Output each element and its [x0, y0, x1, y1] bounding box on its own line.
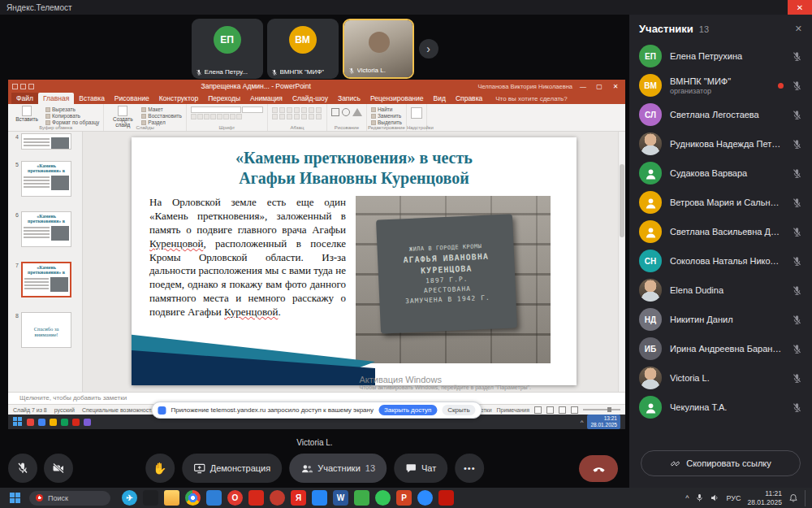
view-reading-button[interactable] — [559, 406, 566, 414]
presenter-start-button[interactable] — [13, 417, 23, 427]
ribbon-tab[interactable]: Главная — [38, 93, 74, 104]
tray-volume-icon[interactable] — [710, 493, 719, 502]
participant-row[interactable]: Elena Dudina — [629, 276, 812, 305]
ribbon-tab[interactable]: Рецензирование — [365, 93, 429, 104]
taskbar-app-telegram[interactable]: ✈ — [122, 490, 137, 506]
ribbon-tab[interactable]: Файл — [11, 93, 38, 104]
taskbar-app-powerpoint[interactable]: P — [396, 490, 412, 506]
taskbar-app-green-app[interactable] — [354, 490, 369, 506]
stop-sharing-button[interactable]: Закрыть доступ — [378, 405, 437, 415]
close-panel-button[interactable]: ✕ — [795, 24, 802, 34]
font-style-button[interactable] — [197, 114, 203, 119]
paragraph-button[interactable] — [287, 114, 292, 119]
ribbon-command[interactable]: Вырезать — [45, 106, 99, 112]
ribbon-tab[interactable]: Вид — [429, 93, 451, 104]
paragraph-button[interactable] — [316, 114, 322, 119]
participant-row[interactable]: Ветрова Мария и Сальнико... — [629, 188, 812, 217]
ppt-maximize-button[interactable]: ▢ — [594, 83, 605, 90]
chat-button[interactable]: Чат — [394, 454, 447, 483]
presenter-app-icon[interactable] — [61, 419, 68, 426]
paragraph-button[interactable] — [272, 107, 278, 113]
participant-row[interactable]: НДНикитин Данил — [629, 305, 812, 334]
participant-row[interactable]: Чекулина Т.А. — [629, 393, 812, 422]
start-button[interactable] — [10, 493, 21, 504]
participant-row[interactable]: Судакова Варвара — [629, 158, 812, 188]
tell-me-search[interactable]: Что вы хотите сделать? — [495, 95, 567, 104]
quick-access-toolbar[interactable] — [12, 84, 34, 89]
taskbar-app-opera[interactable]: O — [227, 490, 243, 506]
leave-call-button[interactable] — [579, 455, 618, 482]
undo-icon[interactable] — [20, 84, 26, 89]
camera-button[interactable] — [44, 454, 73, 483]
font-size-combo[interactable] — [242, 106, 263, 113]
font-style-button[interactable] — [223, 114, 229, 119]
video-tile[interactable]: Victoria L. — [343, 19, 414, 79]
microphone-button[interactable] — [8, 454, 37, 483]
slide-thumbnail[interactable]: «Камень преткновения» в честь — [21, 262, 71, 297]
slide-canvas[interactable]: «Камень преткновения» в честь Агафьи Ива… — [132, 137, 577, 385]
ppt-close-button[interactable]: ✕ — [610, 83, 621, 90]
font-style-button[interactable] — [236, 114, 242, 119]
ribbon-command[interactable]: Заменить — [371, 113, 402, 119]
language-switcher[interactable]: РУС — [726, 494, 741, 502]
ribbon-command[interactable]: Копировать — [45, 113, 99, 119]
save-icon[interactable] — [12, 84, 18, 89]
ribbon-command[interactable]: Восстановить — [141, 113, 182, 119]
ribbon-tab[interactable]: Слайд-шоу — [287, 93, 333, 104]
copy-link-button[interactable]: Скопировать ссылку — [641, 450, 801, 476]
view-normal-button[interactable] — [534, 406, 542, 414]
ribbon-command[interactable]: Раздел — [141, 119, 182, 125]
tray-mic-icon[interactable] — [695, 493, 704, 502]
participant-row[interactable]: СНСоколова Наталья Николаев... — [629, 246, 812, 276]
clock[interactable]: 11:21 28.01.2025 — [747, 489, 782, 506]
ribbon-command[interactable]: Макет — [141, 106, 182, 112]
paragraph-button[interactable] — [301, 107, 307, 113]
share-screen-button[interactable]: Демонстрация — [182, 454, 283, 483]
presenter-app-icon[interactable] — [27, 419, 34, 426]
ribbon-big-button[interactable]: Вставить — [12, 106, 41, 123]
slide-thumbnail[interactable]: «Камень преткновения» в честь — [21, 211, 71, 247]
slide-thumbnail[interactable] — [21, 133, 71, 150]
ppt-minimize-button[interactable]: — — [577, 83, 589, 90]
taskbar-app-vk[interactable] — [312, 490, 327, 506]
participant-row[interactable]: ЕПЕлена Петрухина — [629, 41, 812, 71]
presenter-app-icon[interactable] — [50, 419, 57, 426]
slide-thumbnail[interactable]: Спасибо за внимание! — [21, 312, 71, 348]
participants-button[interactable]: Участники 13 — [289, 454, 387, 483]
paragraph-button[interactable] — [309, 114, 314, 119]
notifications-icon[interactable] — [788, 493, 798, 503]
scrollbar[interactable] — [618, 132, 625, 392]
paragraph-button[interactable] — [279, 114, 285, 119]
participant-row[interactable]: ИБИрина Андреевна Барановс... — [629, 334, 812, 363]
hide-banner-button[interactable]: Скрыть — [442, 405, 475, 415]
presenter-tray-expand[interactable]: ^ — [581, 419, 584, 426]
paragraph-button[interactable] — [294, 114, 300, 119]
rect-shape-icon[interactable] — [331, 108, 339, 116]
font-style-button[interactable] — [210, 114, 216, 119]
triangle-shape-icon[interactable] — [352, 108, 362, 116]
taskbar-search[interactable]: Поиск — [29, 491, 110, 506]
more-options-button[interactable]: ••• — [455, 454, 484, 483]
circle-shape-icon[interactable] — [342, 108, 350, 116]
taskbar-app-zoom[interactable] — [417, 490, 433, 506]
taskbar-app-word[interactable]: W — [333, 490, 348, 506]
ribbon-tab[interactable]: Справка — [451, 93, 487, 104]
ribbon-tab[interactable]: Конструктор — [154, 93, 203, 104]
font-style-button[interactable] — [230, 114, 235, 119]
slide-thumbnail[interactable]: «Камень преткновения» в честь — [21, 161, 71, 197]
video-tile[interactable]: ВМВМНПК "МИФ" — [267, 19, 339, 79]
ribbon-tab[interactable]: Рисование — [110, 93, 154, 104]
view-sorter-button[interactable] — [546, 406, 554, 414]
paragraph-button[interactable] — [309, 107, 314, 113]
font-style-button[interactable] — [217, 114, 222, 119]
participant-row[interactable]: Рудникова Надежда Петров... — [629, 129, 812, 158]
paragraph-button[interactable] — [316, 107, 322, 113]
scrollbar-thumb[interactable] — [620, 164, 624, 237]
next-participants-button[interactable]: › — [419, 39, 438, 59]
window-close-button[interactable]: ✕ — [788, 0, 812, 15]
view-slideshow-button[interactable] — [571, 406, 578, 414]
taskbar-app-photos-app[interactable] — [143, 490, 158, 506]
ribbon-tab[interactable]: Переходы — [203, 93, 245, 104]
taskbar-app-mail-app[interactable] — [270, 490, 285, 506]
font-name-combo[interactable] — [191, 106, 241, 113]
